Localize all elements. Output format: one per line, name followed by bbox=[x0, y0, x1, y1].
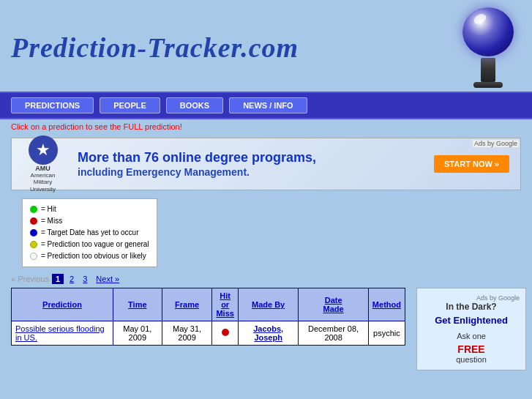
ad-logo-text: AMU bbox=[35, 165, 50, 172]
col-method: Method bbox=[368, 288, 405, 321]
col-date-made: DateMade bbox=[299, 288, 368, 321]
col-made-by-link[interactable]: Made By bbox=[252, 300, 285, 309]
person-link[interactable]: Jacobs, Joseph bbox=[253, 324, 283, 342]
red-dot-icon bbox=[30, 217, 37, 225]
ad-logo-full: American Military University bbox=[23, 172, 63, 193]
legend-obvious-label: = Prediction too obvious or likely bbox=[41, 250, 146, 262]
legend-hit-label: = Hit bbox=[41, 204, 56, 215]
cell-time-end: May 31, 2009 bbox=[162, 321, 212, 346]
main-content: Prediction Time Frame HitorMiss Made By bbox=[0, 288, 532, 370]
table-row: Possible serious flooding in US. May 01,… bbox=[12, 321, 405, 346]
sidebar-ad-label: Ads by Google bbox=[423, 294, 520, 302]
ball-base bbox=[473, 82, 503, 88]
site-title: Prediction-Tracker.com bbox=[11, 31, 299, 64]
col-method-link[interactable]: Method bbox=[372, 300, 401, 309]
legend-obvious: = Prediction too obvious or likely bbox=[30, 250, 149, 262]
ad-subtext: including Emergency Management. bbox=[78, 166, 423, 178]
miss-dot-icon bbox=[222, 329, 229, 336]
col-hit-or-miss: HitorMiss bbox=[212, 288, 238, 321]
next-page-link[interactable]: Next » bbox=[93, 274, 122, 284]
nav-predictions[interactable]: PREDICTIONS bbox=[11, 97, 94, 113]
click-notice: Click on a prediction to see the FULL pr… bbox=[0, 119, 532, 134]
legend-hit: = Hit bbox=[30, 204, 149, 215]
prediction-link[interactable]: Possible serious flooding in US. bbox=[15, 324, 105, 342]
ball-sphere bbox=[462, 7, 514, 56]
cell-made-by: Jacobs, Joseph bbox=[238, 321, 299, 346]
sidebar-ad-title: In the Dark? bbox=[423, 302, 520, 312]
col-frame: Frame bbox=[162, 288, 212, 321]
cell-date-made: December 08, 2008 bbox=[299, 321, 368, 346]
cell-prediction: Possible serious flooding in US. bbox=[12, 321, 113, 346]
yellow-dot-icon bbox=[30, 241, 37, 248]
legend-miss-label: = Miss bbox=[41, 215, 62, 227]
predictions-table: Prediction Time Frame HitorMiss Made By bbox=[11, 288, 405, 346]
predictions-section: Prediction Time Frame HitorMiss Made By bbox=[0, 288, 416, 370]
ad-logo: ★ AMU American Military University bbox=[23, 135, 63, 193]
sidebar-free-text: FREE bbox=[423, 343, 520, 355]
legend-box: = Hit = Miss = Target Date has yet to oc… bbox=[22, 198, 157, 267]
green-dot-icon bbox=[30, 206, 37, 213]
legend-future: = Target Date has yet to occur bbox=[30, 227, 149, 239]
ad-main-text: More than 76 online degree programs, inc… bbox=[78, 150, 423, 178]
cell-status bbox=[212, 321, 238, 346]
amu-star-icon: ★ bbox=[29, 135, 58, 165]
table-header-row: Prediction Time Frame HitorMiss Made By bbox=[12, 288, 405, 321]
col-date-made-link[interactable]: DateMade bbox=[323, 296, 344, 313]
legend-vague: = Prediction too vague or general bbox=[30, 239, 149, 250]
blue-dot-icon bbox=[30, 229, 37, 236]
sidebar-question-text: question bbox=[423, 355, 520, 364]
cell-time-start: May 01, 2009 bbox=[113, 321, 162, 346]
col-time-link[interactable]: Time bbox=[128, 300, 146, 309]
white-dot-icon bbox=[30, 253, 37, 260]
nav-news-info[interactable]: NEWS / INFO bbox=[229, 97, 307, 113]
col-prediction: Prediction bbox=[12, 288, 113, 321]
col-made-by: Made By bbox=[238, 288, 299, 321]
prev-page-label: « Previous bbox=[11, 275, 49, 283]
cell-method: psychic bbox=[368, 321, 405, 346]
legend-vague-label: = Prediction too vague or general bbox=[41, 239, 149, 250]
pagination: « Previous 1 2 3 Next » bbox=[11, 274, 521, 284]
crystal-ball-logo bbox=[455, 7, 521, 88]
ad-headline: More than 76 online degree programs, bbox=[78, 150, 423, 166]
sidebar-ad-subtitle: Get Enlightened bbox=[423, 315, 520, 326]
sidebar-cta-text: Ask one bbox=[423, 332, 520, 340]
col-frame-link[interactable]: Frame bbox=[175, 300, 199, 309]
page-header: Prediction-Tracker.com bbox=[0, 0, 532, 92]
page-1[interactable]: 1 bbox=[52, 274, 64, 284]
legend-miss: = Miss bbox=[30, 215, 149, 227]
col-hit-link[interactable]: HitorMiss bbox=[216, 291, 233, 318]
nav-bar: PREDICTIONS PEOPLE BOOKS NEWS / INFO bbox=[0, 92, 532, 119]
ad-banner[interactable]: Ads by Google ★ AMU American Military Un… bbox=[11, 138, 521, 190]
legend-future-label: = Target Date has yet to occur bbox=[41, 227, 139, 239]
page-2[interactable]: 2 bbox=[67, 274, 77, 284]
sidebar-ad[interactable]: Ads by Google In the Dark? Get Enlighten… bbox=[416, 288, 526, 370]
ball-shine bbox=[472, 12, 488, 26]
ad-cta-button[interactable]: START NOW » bbox=[434, 155, 509, 173]
col-time: Time bbox=[113, 288, 162, 321]
nav-books[interactable]: BOOKS bbox=[166, 97, 223, 113]
ball-stand bbox=[481, 58, 495, 82]
col-prediction-link[interactable]: Prediction bbox=[42, 300, 82, 309]
ad-label: Ads by Google bbox=[473, 140, 519, 147]
nav-people[interactable]: PEOPLE bbox=[100, 97, 160, 113]
page-3[interactable]: 3 bbox=[80, 274, 90, 284]
